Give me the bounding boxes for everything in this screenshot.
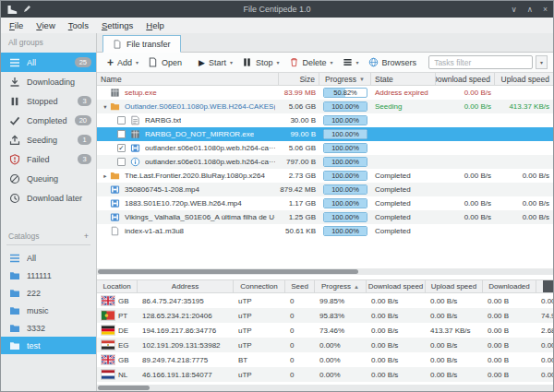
- file-name: Outlander.S06E01.1080p.WEB.H264-CAKES(r·…: [125, 102, 275, 111]
- catalog-item-test[interactable]: test: [1, 337, 96, 354]
- file-checkbox[interactable]: [117, 116, 126, 125]
- peer-column-header-seed[interactable]: Seed: [285, 280, 315, 292]
- sidebar-item-download-later[interactable]: Download later: [1, 188, 96, 208]
- download-speed-cell: 0.00 B/s: [367, 338, 426, 352]
- folder-icon: [9, 340, 20, 351]
- add-button-label: Add: [117, 58, 132, 67]
- country-code: GB: [118, 356, 129, 364]
- clock-icon: [9, 193, 20, 204]
- upload-speed-cell: [495, 183, 553, 196]
- browsers-button[interactable]: Browsers: [364, 55, 422, 69]
- transfer-row[interactable]: ▾Outlander.S06E01.1080p.WEB.H264-CAKES(r…: [97, 100, 553, 113]
- stop-button[interactable]: Stop ▾: [237, 55, 284, 69]
- transfer-row[interactable]: 350806745-1-208.mp4879.42 MB100.00%Compl…: [97, 183, 553, 196]
- gb-flag-icon: [102, 355, 114, 364]
- minimize-button[interactable]: ∨: [512, 5, 517, 14]
- connection-cell: uTP: [234, 367, 285, 382]
- open-button-label: Open: [162, 58, 182, 67]
- column-header-size[interactable]: Size: [279, 73, 319, 85]
- catalog-item-111111[interactable]: 111111: [1, 267, 96, 284]
- scrollbar-thumb[interactable]: [98, 386, 150, 390]
- scrollbar-thumb[interactable]: [98, 269, 358, 274]
- sidebar-item-queuing[interactable]: Queuing: [1, 169, 96, 188]
- tasks-filter-input[interactable]: [428, 55, 533, 69]
- column-header-label: Address: [172, 282, 199, 291]
- file-checkbox[interactable]: ✓: [117, 144, 126, 152]
- menu-tools[interactable]: Tools: [68, 20, 89, 30]
- address-cell: 89.249.74.218:7775: [138, 352, 234, 367]
- sidebar-item-failed[interactable]: Failed3: [1, 149, 96, 169]
- column-header-state[interactable]: State: [371, 73, 436, 85]
- transfer-row[interactable]: setup.exe83.99 MB50.82%Address expired0.…: [97, 86, 553, 100]
- connection-cell: uTP: [234, 308, 285, 323]
- txt-icon: [130, 115, 140, 125]
- column-header-download-speed[interactable]: Download speed: [436, 73, 495, 85]
- catalog-item-all[interactable]: All: [1, 249, 96, 267]
- peer-column-header-location[interactable]: Location: [97, 280, 138, 292]
- transfer-row[interactable]: outlander.s06e01.1080p.web.h264-ca···797…: [97, 155, 553, 169]
- upload-speed-cell: [495, 127, 553, 141]
- peer-row[interactable]: DE194.169.217.86:34776uTP073.46%0.00 B/s…: [97, 323, 553, 338]
- transfer-row[interactable]: 1883.S01E10.720p.WEB.h264.mp41.17 GB100.…: [97, 196, 553, 210]
- peer-column-header-connection[interactable]: Connection: [234, 280, 285, 292]
- expand-icon[interactable]: ▸: [101, 172, 110, 180]
- transfer-row[interactable]: ▸The.Last.Frontier.2020.BluRay.1080p.x26…: [97, 169, 553, 183]
- seed-cell: 0: [285, 367, 315, 382]
- catalog-item-music[interactable]: music: [1, 302, 96, 319]
- add-catalog-button[interactable]: +: [84, 232, 89, 241]
- file-checkbox[interactable]: [117, 158, 126, 166]
- sidebar-item-completed[interactable]: Completed20: [1, 111, 96, 130]
- column-header-upload-speed[interactable]: Upload speed: [495, 73, 553, 85]
- transfer-row[interactable]: RARBG_DO_NOT_MIRROR.exe99.00 B100.00%: [97, 127, 553, 141]
- column-header-progress[interactable]: Progress▼: [319, 73, 371, 85]
- tab-file-transfer[interactable]: File transfer: [102, 35, 181, 53]
- sidebar-item-downloading[interactable]: Downloading: [1, 72, 96, 91]
- add-button[interactable]: + Add ▾: [102, 56, 143, 69]
- peer-column-header-download-speed[interactable]: Download speed: [367, 280, 426, 292]
- catalog-item-3332[interactable]: 3332: [1, 319, 96, 337]
- transfers-horizontal-scrollbar[interactable]: [97, 268, 553, 275]
- video-icon: [130, 143, 140, 153]
- peer-column-header-address[interactable]: Address: [138, 280, 234, 292]
- progress-cell: 100.00%: [319, 196, 371, 210]
- transfer-row[interactable]: ✓outlander.s06e01.1080p.web.h264-ca···5.…: [97, 141, 553, 155]
- menu-view[interactable]: View: [36, 20, 54, 30]
- close-button[interactable]: ×: [543, 5, 548, 14]
- peer-row[interactable]: NL46.166.191.18:54077uTP00.00%0.00 B/s0.…: [97, 367, 553, 382]
- file-checkbox[interactable]: [117, 130, 126, 138]
- delete-button[interactable]: Delete ▾: [284, 55, 338, 69]
- transfer-row[interactable]: index-v1-a1.m3u850.61 KB100.00%Completed: [97, 224, 553, 238]
- filter-dropdown-button[interactable]: ▾: [536, 55, 548, 69]
- peer-row[interactable]: EG102.191.209.131:53982uTP00.00%0.00 B/s…: [97, 338, 553, 352]
- start-button[interactable]: ▶ Start ▾: [194, 56, 237, 69]
- sidebar-item-all[interactable]: All25: [1, 53, 96, 72]
- open-button[interactable]: Open: [143, 55, 187, 69]
- maximize-button[interactable]: ∧: [527, 5, 533, 14]
- peer-column-header-progress[interactable]: Progress▲: [315, 280, 367, 292]
- connection-cell: uTP: [234, 293, 285, 308]
- column-config-button[interactable]: [543, 280, 553, 293]
- file-name: setup.exe: [125, 89, 157, 97]
- peer-row[interactable]: GB86.4.75.247:35195uTP099.85%0.00 B/s0.0…: [97, 293, 553, 308]
- column-header-name[interactable]: Name: [97, 73, 279, 85]
- transfer-row[interactable]: RARBG.txt30.00 B100.00%: [97, 113, 553, 127]
- sidebar-item-seeding[interactable]: Seeding1: [1, 130, 96, 149]
- peer-column-header-downloaded[interactable]: Downloaded: [483, 280, 536, 292]
- transfers-header: NameSizeProgress▼StateDownload speedUplo…: [97, 73, 553, 86]
- seed-cell: 0: [285, 293, 315, 308]
- more-menu-button[interactable]: ▾: [338, 55, 364, 69]
- peer-column-header-upload-speed[interactable]: Upload speed: [426, 280, 483, 292]
- peer-row[interactable]: GB89.249.74.218:7775BT00.00%0.00 B/s0.00…: [97, 352, 553, 367]
- peers-horizontal-scrollbar[interactable]: [97, 385, 553, 391]
- window-title: File Centipede 1.0: [108, 5, 446, 14]
- collapse-icon[interactable]: ▾: [101, 103, 110, 111]
- seed-cell: 0: [285, 308, 315, 323]
- menu-file[interactable]: File: [9, 20, 23, 30]
- menu-settings[interactable]: Settings: [102, 20, 133, 30]
- catalog-item-222[interactable]: 222: [1, 284, 96, 302]
- peer-row[interactable]: PT128.65.234.21:20406uTP095.83%0.00 B/s0…: [97, 308, 553, 323]
- transfer-row[interactable]: Vikings_ Valhalla_S01E06_A última filha …: [97, 210, 553, 224]
- menu-help[interactable]: Help: [146, 20, 164, 30]
- sidebar-item-stopped[interactable]: Stopped3: [1, 91, 96, 111]
- hamburger-icon: [343, 57, 353, 67]
